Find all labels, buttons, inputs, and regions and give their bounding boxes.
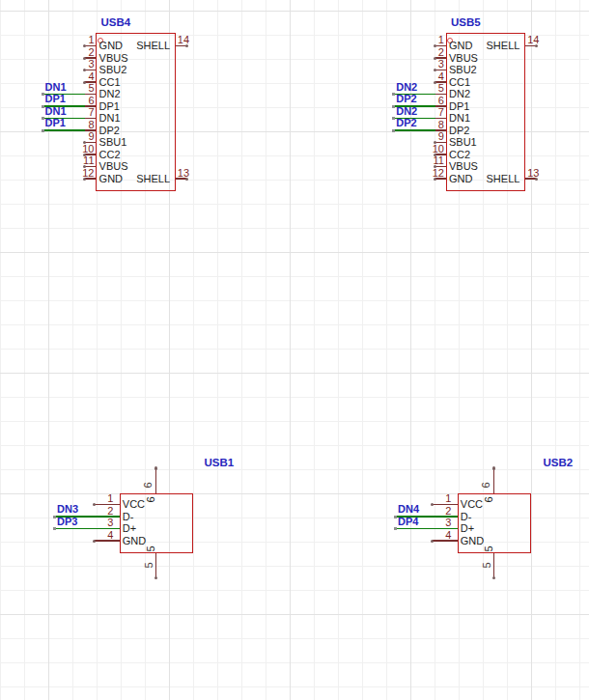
pin-end-marker	[492, 576, 496, 580]
pin-number: 3	[408, 518, 451, 528]
wire-end-marker	[394, 527, 397, 530]
wire-end-marker	[394, 516, 397, 518]
pin-name: 6	[483, 486, 493, 515]
schematic-canvas[interactable]: USB41GND2VBUS3SBU24CC1DN15DN2DP16DP1DN17…	[0, 0, 589, 700]
pin-name: VCC	[461, 499, 483, 510]
component-designator[interactable]: USB2	[544, 458, 574, 468]
pin-number: 2	[408, 506, 451, 517]
component-usb2[interactable]: USB21VCCDN42D-DP43D+4GND6655	[0, 0, 589, 700]
pin-name: D+	[461, 523, 474, 534]
pin-end-marker	[492, 466, 496, 470]
pin-name: GND	[461, 536, 484, 546]
pin-name: D-	[461, 512, 472, 522]
pin-number: 4	[408, 530, 451, 541]
pin-number: 5	[482, 551, 492, 580]
